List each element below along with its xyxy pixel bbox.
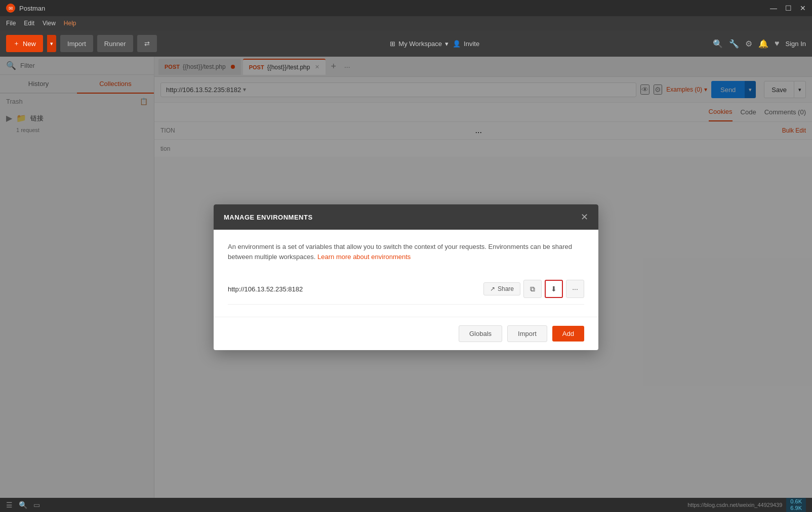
sign-in-button[interactable]: Sign In bbox=[786, 40, 806, 48]
env-name-label: http://106.13.52.235:8182 bbox=[228, 285, 303, 293]
globals-button[interactable]: Globals bbox=[459, 325, 502, 342]
import-button[interactable]: Import bbox=[60, 35, 93, 52]
share-button[interactable]: ↗ Share bbox=[483, 282, 520, 295]
env-more-icon: ··· bbox=[572, 285, 578, 293]
toolbar-right: 🔍 🔧 ⚙ 🔔 ♥ Sign In bbox=[713, 39, 806, 49]
manage-environments-modal: MANAGE ENVIRONMENTS ✕ An environment is … bbox=[214, 204, 598, 350]
proxy-button[interactable]: ⇄ bbox=[137, 35, 157, 52]
modal-overlay: MANAGE ENVIRONMENTS ✕ An environment is … bbox=[0, 57, 812, 498]
modal-close-button[interactable]: ✕ bbox=[581, 211, 588, 223]
modal-body: An environment is a set of variables tha… bbox=[214, 230, 598, 317]
menu-view[interactable]: View bbox=[43, 20, 56, 27]
title-bar-left: ✉ Postman bbox=[6, 4, 45, 13]
main-layout: 🔍 History Collections Trash 📋 ▶ 📁 链接 1 r… bbox=[0, 57, 812, 498]
close-button[interactable]: ✕ bbox=[800, 4, 806, 12]
network-badge: 0.6K 6.9K bbox=[786, 497, 806, 512]
runner-button[interactable]: Runner bbox=[97, 35, 133, 52]
toolbar: ＋ New ▾ Import Runner ⇄ ⊞ My Workspace ▾… bbox=[0, 30, 812, 57]
env-actions: ↗ Share ⧉ ⬇ ··· bbox=[483, 280, 584, 298]
share-arrow-icon: ↗ bbox=[490, 285, 495, 292]
modal-footer: Globals Import Add bbox=[214, 317, 598, 350]
find-icon[interactable]: 🔍 bbox=[19, 501, 27, 509]
workspace-button[interactable]: ⊞ My Workspace ▾ bbox=[390, 40, 449, 48]
search-icon[interactable]: 🔍 bbox=[713, 39, 723, 49]
app-title: Postman bbox=[19, 5, 45, 12]
invite-label: Invite bbox=[464, 40, 479, 48]
menu-edit[interactable]: Edit bbox=[24, 20, 34, 27]
menu-file[interactable]: File bbox=[6, 20, 16, 27]
new-button[interactable]: ＋ New bbox=[6, 35, 43, 52]
download-icon: ⬇ bbox=[551, 285, 557, 293]
maximize-button[interactable]: ☐ bbox=[785, 4, 792, 12]
console-icon[interactable]: ▭ bbox=[33, 501, 40, 509]
modal-header: MANAGE ENVIRONMENTS ✕ bbox=[214, 204, 598, 230]
modal-title: MANAGE ENVIRONMENTS bbox=[224, 214, 313, 221]
title-bar: ✉ Postman — ☐ ✕ bbox=[0, 0, 812, 16]
environment-row: http://106.13.52.235:8182 ↗ Share ⧉ ⬇ bbox=[228, 274, 584, 305]
add-button[interactable]: Add bbox=[552, 326, 584, 342]
heart-icon[interactable]: ♥ bbox=[775, 39, 780, 48]
modal-description: An environment is a set of variables tha… bbox=[228, 242, 584, 262]
modal-import-button[interactable]: Import bbox=[507, 325, 547, 342]
chevron-down-icon: ▾ bbox=[445, 40, 449, 48]
workspace-label: My Workspace bbox=[398, 40, 442, 48]
person-icon: 👤 bbox=[453, 40, 461, 48]
env-more-button[interactable]: ··· bbox=[566, 280, 584, 298]
toolbar-left: ＋ New ▾ Import Runner ⇄ bbox=[6, 35, 157, 52]
title-bar-controls: — ☐ ✕ bbox=[770, 4, 806, 12]
postman-icon: ✉ bbox=[6, 4, 15, 13]
learn-more-link[interactable]: Learn more about environments bbox=[317, 253, 411, 261]
settings-icon[interactable]: ⚙ bbox=[745, 39, 752, 49]
status-bar-right: https://blog.csdn.net/weixin_44929439 0.… bbox=[687, 497, 806, 512]
plus-icon: ＋ bbox=[13, 39, 20, 48]
bell-icon[interactable]: 🔔 bbox=[758, 39, 768, 49]
minimize-button[interactable]: — bbox=[770, 4, 777, 12]
menu-help[interactable]: Help bbox=[64, 20, 76, 27]
duplicate-icon: ⧉ bbox=[530, 285, 535, 293]
grid-icon: ⊞ bbox=[390, 40, 395, 48]
duplicate-button[interactable]: ⧉ bbox=[523, 280, 542, 298]
status-bar-left: ☰ 🔍 ▭ bbox=[6, 501, 40, 509]
status-bar: ☰ 🔍 ▭ https://blog.csdn.net/weixin_44929… bbox=[0, 498, 812, 512]
sidebar-toggle-icon[interactable]: ☰ bbox=[6, 501, 13, 509]
download-button[interactable]: ⬇ bbox=[545, 280, 563, 298]
status-url: https://blog.csdn.net/weixin_44929439 bbox=[687, 502, 782, 508]
new-label: New bbox=[23, 40, 36, 48]
toolbar-center: ⊞ My Workspace ▾ 👤 Invite bbox=[390, 40, 479, 48]
new-dropdown-button[interactable]: ▾ bbox=[47, 35, 56, 52]
invite-button[interactable]: 👤 Invite bbox=[453, 40, 479, 48]
wrench-icon[interactable]: 🔧 bbox=[729, 39, 739, 49]
menu-bar: File Edit View Help bbox=[0, 16, 812, 30]
